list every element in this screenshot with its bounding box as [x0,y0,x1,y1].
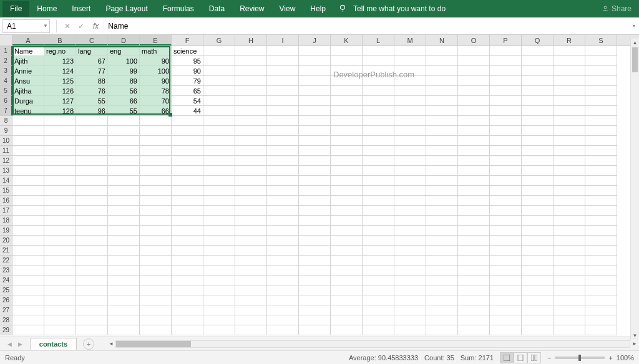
cell[interactable] [44,246,76,256]
cell[interactable] [299,106,331,116]
cell[interactable] [12,146,44,156]
cell[interactable] [299,315,331,325]
cell[interactable] [76,156,108,166]
cell[interactable] [522,76,554,86]
cell[interactable] [203,315,235,325]
cell[interactable] [490,46,522,56]
cell[interactable] [267,246,299,256]
cell[interactable] [235,116,267,126]
col-header-L[interactable]: L [363,35,394,46]
cell[interactable] [522,176,554,186]
cell[interactable] [426,196,458,206]
row-header-11[interactable]: 11 [0,146,12,156]
cell[interactable] [363,46,394,56]
cell[interactable] [522,136,554,146]
row-header-15[interactable]: 15 [0,186,12,196]
cell[interactable] [267,146,299,156]
cell[interactable] [554,76,585,86]
cell[interactable] [394,146,426,156]
cell[interactable] [522,196,554,206]
cell[interactable] [394,236,426,246]
cell[interactable] [458,76,490,86]
cell[interactable] [458,106,490,116]
cell[interactable] [235,285,267,295]
cell[interactable] [267,176,299,186]
cell[interactable] [394,325,426,335]
cell[interactable] [108,295,140,305]
cell[interactable] [140,176,172,186]
cell[interactable] [522,66,554,76]
col-header-O[interactable]: O [458,35,490,46]
cell[interactable] [267,325,299,335]
cell[interactable] [108,166,140,176]
cell[interactable]: 55 [108,106,140,116]
cell[interactable] [363,96,394,106]
cell[interactable] [363,186,394,196]
cell[interactable] [235,325,267,335]
cell[interactable]: 123 [44,56,76,66]
zoom-in-icon[interactable]: + [608,354,612,362]
cell[interactable] [108,305,140,315]
cell[interactable] [76,196,108,206]
cell[interactable] [267,305,299,315]
cell[interactable] [490,295,522,305]
cell[interactable] [299,275,331,285]
cell[interactable] [394,86,426,96]
cell[interactable] [44,325,76,335]
cell[interactable] [108,116,140,126]
cell[interactable] [458,166,490,176]
cell[interactable] [267,295,299,305]
cell[interactable] [585,186,617,196]
cell[interactable] [585,256,617,266]
cell[interactable] [203,86,235,96]
cell[interactable]: eng [108,46,140,56]
cell[interactable] [331,166,363,176]
cell[interactable] [235,256,267,266]
cell[interactable] [490,196,522,206]
cell[interactable]: 56 [108,86,140,96]
cell[interactable] [44,295,76,305]
cell[interactable] [394,295,426,305]
cell[interactable] [585,196,617,206]
cell[interactable] [363,176,394,186]
cell[interactable] [522,285,554,295]
cell[interactable] [585,156,617,166]
tab-insert[interactable]: Insert [64,1,98,17]
cell[interactable] [172,246,203,256]
cell[interactable] [426,206,458,216]
cell[interactable] [585,96,617,106]
row-header-9[interactable]: 9 [0,126,12,136]
row-header-23[interactable]: 23 [0,266,12,275]
cell[interactable] [235,156,267,166]
cell[interactable] [12,226,44,236]
cell[interactable] [585,106,617,116]
col-header-D[interactable]: D [108,35,140,46]
cell[interactable] [490,266,522,275]
cell[interactable] [363,76,394,86]
cell[interactable] [140,136,172,146]
cell[interactable] [554,196,585,206]
name-box[interactable]: A1 ▼ [2,19,50,33]
cell[interactable] [554,256,585,266]
cell[interactable] [235,56,267,66]
expand-formula-icon[interactable]: ▾ [629,23,639,29]
cell[interactable] [490,146,522,156]
zoom-slider[interactable] [555,357,605,359]
cell[interactable] [203,256,235,266]
cell[interactable] [108,176,140,186]
cell[interactable]: Durga [12,96,44,106]
cell[interactable] [585,76,617,86]
cell[interactable] [394,256,426,266]
cell[interactable] [522,256,554,266]
cell[interactable] [299,256,331,266]
cell[interactable] [108,146,140,156]
cell[interactable] [203,166,235,176]
cell[interactable] [426,136,458,146]
cell[interactable] [331,46,363,56]
cell[interactable]: science [172,46,203,56]
cell[interactable] [331,156,363,166]
cell[interactable] [458,305,490,315]
row-header-27[interactable]: 27 [0,305,12,315]
cell[interactable]: Name [12,46,44,56]
cell[interactable]: 126 [44,86,76,96]
